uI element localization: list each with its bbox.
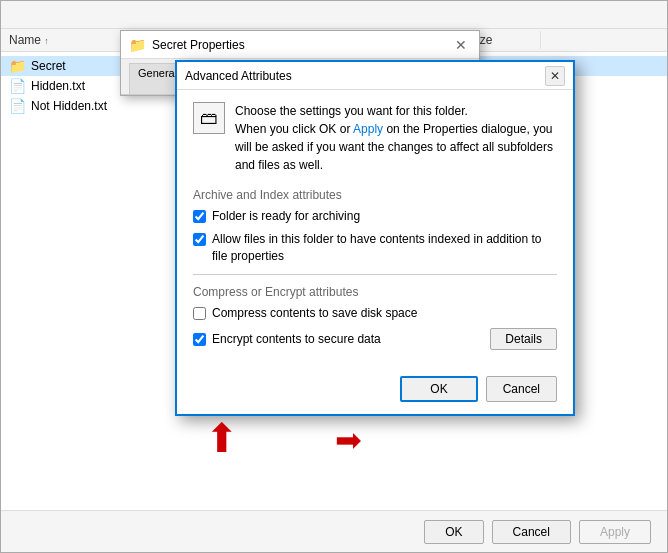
index-checkbox[interactable] [193,233,206,246]
encrypt-left: Encrypt contents to secure data [193,331,381,348]
advanced-footer: OK Cancel [177,368,573,414]
divider [193,274,557,275]
encrypt-checkbox-label: Encrypt contents to secure data [212,331,381,348]
compress-section-label: Compress or Encrypt attributes [193,285,557,299]
file-name: Not Hidden.txt [31,99,107,113]
info-icon: 🗃 [193,102,225,134]
explorer-header [1,1,667,29]
advanced-title: Advanced Attributes [185,69,545,83]
secret-properties-close-button[interactable]: ✕ [451,35,471,55]
explorer-apply-button[interactable]: Apply [579,520,651,544]
encrypt-row: Encrypt contents to secure data Details [193,328,557,350]
advanced-ok-button[interactable]: OK [400,376,477,402]
compress-checkbox-row: Compress contents to save disk space [193,305,557,322]
compress-checkbox-label: Compress contents to save disk space [212,305,417,322]
file-icon: 📄 [9,98,25,114]
compress-checkbox[interactable] [193,307,206,320]
info-text: Choose the settings you want for this fo… [235,102,557,174]
encrypt-checkbox[interactable] [193,333,206,346]
folder-title-icon: 📁 [129,37,146,53]
file-icon: 📄 [9,78,25,94]
secret-properties-titlebar: 📁 Secret Properties ✕ [121,31,479,59]
details-button[interactable]: Details [490,328,557,350]
advanced-attributes-dialog: Advanced Attributes ✕ 🗃 Choose the setti… [175,60,575,416]
advanced-titlebar: Advanced Attributes ✕ [177,62,573,90]
arrow-right-indicator: ➡ [335,424,362,456]
advanced-content: 🗃 Choose the settings you want for this … [177,90,573,368]
file-name: Hidden.txt [31,79,85,93]
info-section: 🗃 Choose the settings you want for this … [193,102,557,174]
explorer-bottom-bar: OK Cancel Apply [1,510,667,552]
archive-checkbox-row: Folder is ready for archiving [193,208,557,225]
explorer-ok-button[interactable]: OK [424,520,483,544]
arrow-up-indicator: ⬆ [205,418,239,458]
secret-properties-title: Secret Properties [152,38,451,52]
index-checkbox-row: Allow files in this folder to have conte… [193,231,557,265]
folder-icon: 📁 [9,58,25,74]
index-checkbox-label: Allow files in this folder to have conte… [212,231,557,265]
explorer-cancel-button[interactable]: Cancel [492,520,571,544]
archive-section-label: Archive and Index attributes [193,188,557,202]
advanced-close-button[interactable]: ✕ [545,66,565,86]
file-name: Secret [31,59,66,73]
archive-checkbox[interactable] [193,210,206,223]
advanced-cancel-button[interactable]: Cancel [486,376,557,402]
archive-checkbox-label: Folder is ready for archiving [212,208,360,225]
